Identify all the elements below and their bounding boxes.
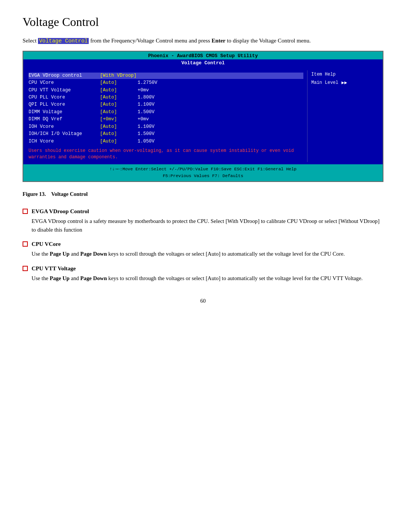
bios-row-cpu-pll[interactable]: CPU PLL Vcore [Auto] 1.800V <box>29 94 303 101</box>
bios-value-ioh-ich: [Auto] <box>100 131 138 137</box>
figure-caption: Figure 13. Voltage Control <box>23 191 383 197</box>
intro-text-before: Select <box>23 37 38 44</box>
bios-main-level-arrow: ►► <box>341 80 347 86</box>
bios-row-ioh-ich[interactable]: IOH/ICH I/O Voltage [Auto] 1.500V <box>29 131 303 137</box>
bullet-body-evga-text: EVGA VDroop control is a safety measure … <box>32 218 380 233</box>
bios-label-cpu-vcore: CPU VCore <box>29 80 100 86</box>
bios-number-ich-vcore: 1.050V <box>138 138 155 145</box>
bullet-body-evga: EVGA VDroop control is a safety measure … <box>32 217 383 234</box>
bios-value-qpi-pll: [Auto] <box>100 102 138 108</box>
intro-paragraph: Select Voltage Control from the Frequenc… <box>23 36 383 45</box>
bios-value-dimm-voltage: [Auto] <box>100 109 138 115</box>
bullet-title-evga: EVGA VDroop Control <box>32 208 89 215</box>
bios-warning: Users should exercise caution when over-… <box>29 148 303 161</box>
bios-value-cpu-pll: [Auto] <box>100 94 138 101</box>
page-down-label: Page Down <box>80 251 107 257</box>
bullet-section-evga: EVGA VDroop Control EVGA VDroop control … <box>23 208 383 234</box>
figure-caption-text: Figure 13. Voltage Control <box>23 191 88 197</box>
bullet-icon-evga <box>23 209 28 214</box>
bios-body: EVGA VDroop control [With VDroop] CPU VC… <box>23 68 383 164</box>
bios-footer-line2: F5:Previous Values F7: Defaults <box>26 173 380 179</box>
bios-row-ich-vcore[interactable]: ICH Vcore [Auto] 1.050V <box>29 138 303 145</box>
bios-row-ioh-vcore[interactable]: IOH Vcore [Auto] 1.100V <box>29 124 303 130</box>
bios-label-cpu-vtt: CPU VTT Voltage <box>29 87 100 94</box>
intro-text-after: from the Frequency/Voltage Control menu … <box>89 37 211 44</box>
page-number: 60 <box>23 298 383 304</box>
bios-row-evga[interactable]: EVGA VDroop control [With VDroop] <box>29 73 303 79</box>
bullet-section-cpu-vtt: CPU VTT Voltage Use the Page Up and Page… <box>23 265 383 283</box>
bios-label-ioh-vcore: IOH Vcore <box>29 124 100 130</box>
bios-footer: ↑↓→←:Move Enter:Select +/-/PU/PD:Value F… <box>23 164 383 181</box>
bullet-body-cpu-vcore: Use the Page Up and Page Down keys to sc… <box>32 250 383 258</box>
bios-number-cpu-vcore: 1.2750V <box>138 80 157 86</box>
bullet-header-evga: EVGA VDroop Control <box>23 208 383 215</box>
bios-label-dimm-dq: DIMM DQ Vref <box>29 116 100 123</box>
bios-screen: Phoenix - AwardBIOS CMOS Setup Utility V… <box>23 51 383 182</box>
bios-number-dimm-voltage: 1.500V <box>138 109 155 115</box>
bios-number-qpi-pll: 1.100V <box>138 102 155 108</box>
page-title: Voltage Control <box>23 15 383 29</box>
bios-number-cpu-vtt: +0mv <box>138 87 149 94</box>
page-down-label-vtt: Page Down <box>80 275 107 281</box>
bios-main-panel: EVGA VDroop control [With VDroop] CPU VC… <box>23 70 308 162</box>
bullet-section-cpu-vcore: CPU VCore Use the Page Up and Page Down … <box>23 241 383 258</box>
bios-label-qpi-pll: QPI PLL Vcore <box>29 102 100 108</box>
bios-main-level: Main Level ►► <box>311 80 379 86</box>
bios-value-cpu-vtt: [Auto] <box>100 87 138 94</box>
bios-number-ioh-ich: 1.500V <box>138 131 155 137</box>
bios-title-bar: Phoenix - AwardBIOS CMOS Setup Utility <box>23 52 383 59</box>
bios-subtitle: Voltage Control <box>23 59 383 68</box>
bullet-title-cpu-vtt: CPU VTT Voltage <box>32 265 76 272</box>
bios-value-dimm-dq: [+0mv] <box>100 116 138 123</box>
enter-key-label: Enter <box>212 37 226 44</box>
bios-row-dimm-voltage[interactable]: DIMM Voltage [Auto] 1.500V <box>29 109 303 115</box>
bios-row-qpi-pll[interactable]: QPI PLL Vcore [Auto] 1.100V <box>29 102 303 108</box>
bullet-icon-cpu-vcore <box>23 241 28 247</box>
bios-label-evga: EVGA VDroop control <box>29 73 100 79</box>
bios-footer-line1: ↑↓→←:Move Enter:Select +/-/PU/PD:Value F… <box>26 166 380 173</box>
page-up-label: Page Up <box>50 251 70 257</box>
bios-row-dimm-dq[interactable]: DIMM DQ Vref [+0mv] +0mv <box>29 116 303 123</box>
page-up-label-vtt: Page Up <box>50 275 70 281</box>
intro-text-end: to display the Voltage Control menu. <box>226 37 311 44</box>
bullet-icon-cpu-vtt <box>23 266 28 271</box>
bios-value-cpu-vcore: [Auto] <box>100 80 138 86</box>
bios-number-dimm-dq: +0mv <box>138 116 149 123</box>
bios-value-ich-vcore: [Auto] <box>100 138 138 145</box>
bios-value-ioh-vcore: [Auto] <box>100 124 138 130</box>
bios-label-dimm-voltage: DIMM Voltage <box>29 109 100 115</box>
bios-row-cpu-vcore[interactable]: CPU VCore [Auto] 1.2750V <box>29 80 303 86</box>
bios-value-evga: [With VDroop] <box>100 73 138 79</box>
bios-item-help-title: Item Help <box>311 72 379 77</box>
bios-label-ioh-ich: IOH/ICH I/O Voltage <box>29 131 100 137</box>
bullet-header-cpu-vcore: CPU VCore <box>23 241 383 247</box>
bios-row-cpu-vtt[interactable]: CPU VTT Voltage [Auto] +0mv <box>29 87 303 94</box>
bullet-header-cpu-vtt: CPU VTT Voltage <box>23 265 383 272</box>
bios-number-ioh-vcore: 1.100V <box>138 124 155 130</box>
voltage-control-highlight: Voltage Control <box>38 38 89 44</box>
bios-number-cpu-pll: 1.800V <box>138 94 155 101</box>
bios-help-panel: Item Help Main Level ►► <box>308 70 383 162</box>
bullet-body-cpu-vtt: Use the Page Up and Page Down keys to sc… <box>32 274 383 283</box>
bios-main-level-label: Main Level <box>311 80 338 85</box>
bullet-title-cpu-vcore: CPU VCore <box>32 241 61 247</box>
bios-label-cpu-pll: CPU PLL Vcore <box>29 94 100 101</box>
bios-label-ich-vcore: ICH Vcore <box>29 138 100 145</box>
